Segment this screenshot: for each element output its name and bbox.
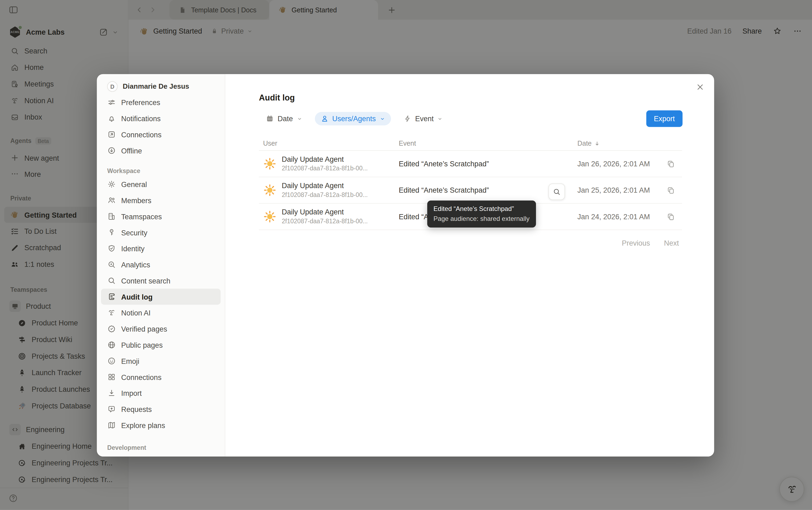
smiley-icon xyxy=(107,357,116,365)
settings-nav-label: Import xyxy=(121,389,142,397)
settings-nav-label: Members xyxy=(121,196,151,204)
magnifier-sparkle-icon xyxy=(107,260,116,269)
settings-nav-requests[interactable]: Requests xyxy=(101,401,220,417)
filter-label: Users/Agents xyxy=(332,114,375,123)
calendar-icon xyxy=(266,114,274,123)
settings-nav-label: Identity xyxy=(121,244,145,253)
account-name: Dianmarie De Jesus xyxy=(123,83,189,90)
settings-nav-notion-ai[interactable]: Notion AI xyxy=(101,305,220,321)
settings-nav-content-search[interactable]: Content search xyxy=(101,273,220,289)
settings-section-development: Development xyxy=(101,443,220,453)
event-cell: Edited “Anete’s Scratchpad” xyxy=(399,160,577,168)
gear-icon xyxy=(107,180,116,189)
settings-nav-import[interactable]: Import xyxy=(101,385,220,401)
filter-date[interactable]: Date xyxy=(262,112,306,125)
settings-nav-account[interactable]: D Dianmarie De Jesus xyxy=(101,78,220,94)
search-icon xyxy=(107,276,116,285)
settings-nav-label: Emoji xyxy=(121,357,139,365)
event-tooltip: Edited “Anete’s Scratchpad” Page audienc… xyxy=(427,200,536,227)
lightning-icon xyxy=(403,114,412,123)
agent-name: Daily Update Agent xyxy=(282,208,368,217)
tooltip-line-2: Page audience: shared externally xyxy=(433,214,530,224)
import-icon xyxy=(107,389,116,397)
agent-name: Daily Update Agent xyxy=(282,181,368,191)
agent-id: 2f102087-daa7-812a-8f1b-00... xyxy=(282,191,368,199)
settings-nav-public-pages[interactable]: Public pages xyxy=(101,337,220,353)
sun-agent-avatar xyxy=(263,183,277,197)
app-window: ACME Acme Labs Search Home Meetings Noti… xyxy=(0,0,812,510)
agent-id: 2f102087-daa7-812a-8f1b-00... xyxy=(282,218,368,225)
shield-check-icon xyxy=(107,244,116,253)
settings-nav-analytics[interactable]: Analytics xyxy=(101,257,220,273)
settings-nav-label: General xyxy=(121,180,147,188)
settings-sidebar: D Dianmarie De Jesus Preferences Notific… xyxy=(97,74,225,456)
settings-nav-preferences[interactable]: Preferences xyxy=(101,94,220,110)
previous-page-button[interactable]: Previous xyxy=(622,239,650,247)
settings-nav-label: Preferences xyxy=(121,98,160,106)
settings-nav-teamspaces[interactable]: Teamspaces xyxy=(101,208,220,224)
settings-modal: D Dianmarie De Jesus Preferences Notific… xyxy=(97,74,714,456)
export-button[interactable]: Export xyxy=(646,110,683,127)
settings-nav-label: Explore plans xyxy=(121,421,165,429)
filter-bar: Date Users/Agents Event Export xyxy=(262,110,683,127)
date-cell: Jan 25, 2026, 2:01 AM xyxy=(577,186,650,194)
map-icon xyxy=(107,421,116,430)
notion-ai-icon xyxy=(107,308,116,317)
next-page-button[interactable]: Next xyxy=(664,239,679,247)
bell-icon xyxy=(107,114,116,123)
settings-nav-offline[interactable]: Offline xyxy=(101,142,220,159)
tooltip-line-1: Edited “Anete’s Scratchpad” xyxy=(433,204,530,214)
settings-nav-label: Requests xyxy=(121,405,152,413)
verified-seal-icon xyxy=(107,324,116,333)
table-header: User Event Date xyxy=(259,136,682,151)
copy-icon[interactable] xyxy=(666,159,675,168)
date-cell: Jan 24, 2026, 2:01 AM xyxy=(577,213,650,221)
settings-content: Audit log Date Users/Agents Event xyxy=(225,74,714,456)
building-icon xyxy=(107,212,116,221)
download-circle-icon xyxy=(107,146,116,155)
settings-nav-emoji[interactable]: Emoji xyxy=(101,353,220,369)
settings-nav-label: Teamspaces xyxy=(121,212,162,221)
chevron-down-icon xyxy=(438,116,443,121)
settings-nav-identity[interactable]: Identity xyxy=(101,240,220,257)
inspect-event-button[interactable] xyxy=(548,183,565,200)
person-icon xyxy=(320,114,329,123)
settings-nav-general[interactable]: General xyxy=(101,176,220,192)
date-cell: Jan 26, 2026, 2:01 AM xyxy=(577,160,650,168)
table-row[interactable]: Daily Update Agent 2f102087-daa7-812a-8f… xyxy=(259,177,682,204)
settings-nav-audit-log[interactable]: Audit log xyxy=(101,289,220,305)
settings-nav-connections-workspace[interactable]: Connections xyxy=(101,369,220,385)
settings-nav-label: Security xyxy=(121,228,147,237)
chevron-down-icon xyxy=(296,116,302,121)
sliders-icon xyxy=(107,98,116,107)
sun-agent-avatar xyxy=(263,210,277,223)
settings-nav-label: Connections xyxy=(121,130,161,139)
column-header-user: User xyxy=(259,139,399,147)
settings-nav-label: Offline xyxy=(121,146,142,155)
agent-id: 2f102087-daa7-812a-8f1b-00... xyxy=(282,165,368,172)
copy-icon[interactable] xyxy=(666,186,675,195)
column-header-date[interactable]: Date xyxy=(577,139,682,147)
filter-label: Event xyxy=(415,114,434,123)
settings-nav-security[interactable]: Security xyxy=(101,224,220,240)
settings-nav-label: Notifications xyxy=(121,114,160,122)
settings-nav-label: Verified pages xyxy=(121,324,167,333)
audit-log-title: Audit log xyxy=(259,93,295,103)
filter-users-agents[interactable]: Users/Agents xyxy=(315,112,391,125)
settings-nav-verified-pages[interactable]: Verified pages xyxy=(101,321,220,337)
filter-event[interactable]: Event xyxy=(399,112,447,125)
settings-nav-notifications[interactable]: Notifications xyxy=(101,110,220,126)
settings-nav-members[interactable]: Members xyxy=(101,192,220,208)
settings-nav-label: Analytics xyxy=(121,260,150,269)
external-link-icon xyxy=(107,130,116,139)
close-icon[interactable] xyxy=(694,81,706,93)
table-row[interactable]: Daily Update Agent 2f102087-daa7-812a-8f… xyxy=(259,151,682,177)
settings-nav-label: Public pages xyxy=(121,341,163,349)
pagination: Previous Next xyxy=(622,239,679,247)
settings-nav-connections[interactable]: Connections xyxy=(101,126,220,143)
settings-nav-label: Notion AI xyxy=(121,309,151,317)
sun-agent-avatar xyxy=(263,157,277,170)
settings-nav-explore-plans[interactable]: Explore plans xyxy=(101,417,220,433)
grid-icon xyxy=(107,373,116,381)
copy-icon[interactable] xyxy=(666,212,675,221)
